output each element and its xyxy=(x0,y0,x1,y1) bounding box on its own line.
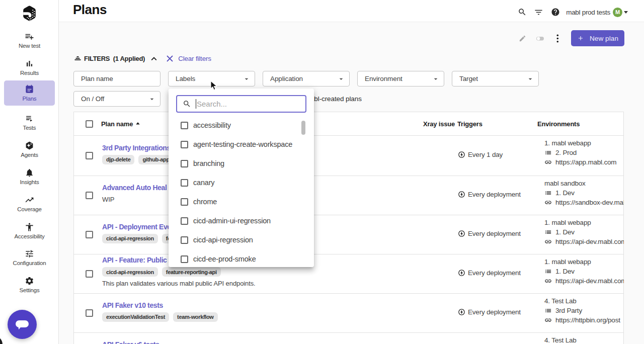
dropdown-arrow-icon xyxy=(337,75,345,83)
clear-filters-button[interactable]: Clear filters xyxy=(167,55,211,62)
column-header-environments: Environments xyxy=(537,120,624,128)
workspace-avatar: M xyxy=(613,8,622,17)
workspace-menu[interactable]: mabl prod tests M xyxy=(566,8,628,17)
sidebar-item-accessibility[interactable]: Accessibility xyxy=(4,218,55,243)
trigger-label: Every deployment xyxy=(468,230,521,237)
labels-filter-label: Labels xyxy=(176,75,243,82)
sidebar-item-settings[interactable]: Settings xyxy=(4,272,55,297)
plan-name-link[interactable]: Advanced Auto Heal xyxy=(102,183,167,193)
select-all-checkbox[interactable] xyxy=(86,120,93,128)
sidebar-item-label: Accessibility xyxy=(14,233,44,240)
env-url: https://api-dev.mabl.com xyxy=(544,276,624,286)
label-option-cicd-admin-ui-regression[interactable]: cicd-admin-ui-regression xyxy=(169,211,314,230)
mabl-cube-icon xyxy=(23,6,36,21)
option-checkbox[interactable] xyxy=(181,217,188,225)
option-label: chrome xyxy=(193,198,217,206)
workspace-name: mabl prod tests xyxy=(566,9,610,16)
option-label: cicd-admin-ui-regression xyxy=(193,217,271,225)
help-button[interactable] xyxy=(551,8,560,17)
environments-cell: 1. mabl webapp1. Devhttps://api-dev.mabl… xyxy=(535,254,624,293)
filter-list-icon xyxy=(534,8,543,17)
more-actions-button[interactable] xyxy=(556,34,559,43)
collapse-filters-icon[interactable] xyxy=(151,57,157,60)
clear-filters-label: Clear filters xyxy=(178,55,211,62)
mabl-logo[interactable] xyxy=(23,6,36,21)
option-checkbox[interactable] xyxy=(181,198,188,206)
label-option-cicd-api-regression[interactable]: cicd-api-regression xyxy=(169,230,314,249)
plan-name-link[interactable]: API Faker v10 tests xyxy=(102,301,163,310)
environments-cell: 1. mabl webapp1. Devhttps://api-dev.mabl… xyxy=(535,215,624,254)
sidebar-item-plans[interactable]: Plans xyxy=(4,80,55,106)
sidebar: New testResultsPlansTestsAgentsInsightsC… xyxy=(0,0,59,344)
sidebar-item-agents[interactable]: Agents xyxy=(4,137,55,162)
search-button[interactable] xyxy=(518,8,527,17)
sidebar-item-label: Coverage xyxy=(17,206,41,213)
label-option-canary[interactable]: canary xyxy=(169,173,314,192)
toggle-plan-button[interactable] xyxy=(536,34,544,43)
column-header-triggers: Triggers xyxy=(457,120,482,128)
trigger-cell: Every deployment xyxy=(455,176,535,215)
labels-search-input[interactable] xyxy=(197,100,301,108)
xray-cell xyxy=(421,254,455,293)
row-checkbox[interactable] xyxy=(86,152,93,159)
environment-filter-label: Environment xyxy=(365,75,432,82)
option-checkbox[interactable] xyxy=(181,122,188,129)
url-link-icon xyxy=(544,316,552,324)
label-option-cicd-ee-prod-smoke[interactable]: cicd-ee-prod-smoke xyxy=(169,249,314,267)
trigger-label: Every 1 day xyxy=(468,151,503,158)
dropdown-arrow-icon xyxy=(148,95,156,103)
scrollbar-thumb[interactable] xyxy=(301,121,305,135)
env-application: mabl sandbox xyxy=(544,179,624,188)
filter-results-button[interactable] xyxy=(534,8,543,17)
sidebar-item-tests[interactable]: Tests xyxy=(4,110,55,135)
row-checkbox[interactable] xyxy=(86,270,93,278)
plans-table: Plan name Xray issue Triggers Environmen… xyxy=(73,112,624,344)
trigger-cell: Every 1 day xyxy=(455,136,535,176)
row-checkbox[interactable] xyxy=(86,231,93,238)
plan-name-filter-placeholder: Plan name xyxy=(81,75,113,82)
plan-row: API Faker v6 tests4. Test Lab xyxy=(74,333,623,344)
plan-name-filter-input[interactable]: Plan name xyxy=(73,71,160,87)
plan-name-link[interactable]: API Faker v6 tests xyxy=(102,340,159,344)
on-off-filter-select[interactable]: On / Off xyxy=(73,91,160,107)
row-checkbox[interactable] xyxy=(86,309,93,317)
option-checkbox[interactable] xyxy=(181,179,188,187)
label-option-chrome[interactable]: chrome xyxy=(169,192,314,211)
option-checkbox[interactable] xyxy=(181,255,188,263)
trigger-bolt-icon xyxy=(458,308,465,316)
target-filter-select[interactable]: Target xyxy=(452,71,539,87)
sidebar-item-new-test[interactable]: New test xyxy=(4,28,55,53)
label-option-branching[interactable]: branching xyxy=(169,154,314,173)
plan-labels: cicd-api-regressionfeature-reporting-api xyxy=(102,267,421,277)
label-option-accessibility[interactable]: accessibility xyxy=(169,116,314,135)
env-url: https://api-dev.mabl.com xyxy=(544,237,624,246)
chat-fab-button[interactable] xyxy=(8,310,37,339)
sidebar-item-insights[interactable]: Insights xyxy=(4,164,55,189)
option-checkbox[interactable] xyxy=(181,141,188,148)
sidebar-item-configuration[interactable]: Configuration xyxy=(4,245,55,270)
application-filter-select[interactable]: Application xyxy=(263,71,350,87)
row-checkbox[interactable] xyxy=(86,192,93,199)
plan-labels: executionValidationTestteam-workflow xyxy=(102,312,421,322)
option-checkbox[interactable] xyxy=(181,160,188,167)
labels-search-box xyxy=(176,95,306,113)
env-url: https://app.mabl.com xyxy=(544,157,624,167)
option-checkbox[interactable] xyxy=(181,236,188,244)
on-off-filter-label: On / Off xyxy=(81,95,148,103)
environment-list-icon xyxy=(544,189,552,197)
sidebar-item-results[interactable]: Results xyxy=(4,55,55,80)
trigger-bolt-icon xyxy=(458,151,465,158)
env-application: 4. Test Lab xyxy=(544,296,624,306)
kebab-menu-icon xyxy=(556,34,559,43)
coverage-icon xyxy=(25,195,34,205)
filters-label: FILTERS (1 Applied) xyxy=(84,55,145,62)
plan-name-link[interactable]: API - Feature: Public API xyxy=(102,255,180,265)
settings-icon xyxy=(25,276,34,286)
main-content: New plan FILTERS (1 Applied) Clear filte… xyxy=(59,22,644,344)
environment-filter-select[interactable]: Environment xyxy=(357,71,444,87)
trigger-cell: Every deployment xyxy=(455,254,535,293)
edit-plan-button[interactable] xyxy=(519,35,526,42)
new-plan-button[interactable]: New plan xyxy=(571,30,624,46)
label-option-agent-testing-create-workspace[interactable]: agent-testing-create-workspace xyxy=(169,135,314,154)
sidebar-item-coverage[interactable]: Coverage xyxy=(4,191,55,216)
